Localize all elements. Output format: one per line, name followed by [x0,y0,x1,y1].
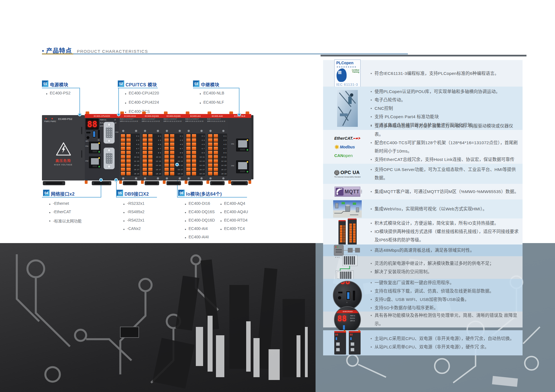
screw-icon [209,177,212,180]
callout-number-badge: 02 [118,80,124,87]
cpu-flag-label: IF [114,119,116,121]
terminal-clamp-column [143,134,147,175]
screw-icon [200,177,203,180]
terminal-clamp-icon [164,134,169,138]
relay-port-label: CN2 [231,165,234,167]
feature-bullet-line: 高达48Mbps的高速背板总线，满足各领域实时性。 [371,246,519,255]
terminal-clamp-icon [208,155,212,159]
fieldbus-logos: EtherCAT.ModbusCANopen [327,130,368,164]
io-modules-photo [327,218,368,244]
terminal-number-label: 12 13 [197,159,205,163]
terminal-clamp-icon [126,155,131,159]
rack-cluster-box [336,270,354,280]
terminal-number-label: 4 5 [131,142,139,147]
header-rule-gold [42,53,73,54]
bullet-dot-icon [371,108,372,109]
screw-icon [135,177,137,180]
bullet-dot-icon [371,315,372,316]
feature-bullets: 高达48Mbps的高速背板总线，满足各领域实时性。 [371,244,519,256]
feature-bullet-text: 支持 PLCopen Part4 标准功能块 [375,113,439,121]
io-led-row: ERR 8 9 10 11 12 13 14 15 [164,121,182,122]
list-item-label: EC400-DQ16D [189,218,215,222]
terminal-number-label: 6 7 [219,147,227,151]
feature-bullet-text: 一键恢复出厂设置和一键启停应用程序。 [375,279,454,287]
feature-bullet-text: 支持OPC UA Server功能，可为工业组态软件、工业云平台、HMI等提供数… [375,165,519,182]
list-item-label: EC400-NLF [203,100,224,104]
terminal-clamp-icon [192,163,196,167]
list-item-label: EC400-CPU4220 [129,91,159,95]
din-rail-foot [231,181,248,185]
mini-clip [358,330,360,332]
cn2-port-label: CN2 [85,160,88,162]
bullet-dot-icon [371,99,372,101]
mount-tab-icon [248,180,251,184]
io-module: EC400-AI4IRUN 0 1 2 3 4 5 6 7ERR 8 9 10 … [206,114,228,180]
bullet-dot-icon [220,220,222,222]
plcopen-iec61131-logo: PLCopenCertified TrainingIEC 61131-3 [327,60,368,87]
terminal-clamp-icon [121,155,125,159]
terminal-clamp-icon [143,168,147,171]
bullet-dot-icon [125,93,126,94]
callout-title: 电源模块 [50,81,68,88]
feature-bullet-text: 支持SD卡数据存储与程序更新。 [375,304,438,312]
terminal-clamp-column [164,134,169,175]
list-item-label: EC400-TC4 [224,226,245,231]
io-led-row: ERR 8 9 10 11 12 13 14 15 [120,121,138,122]
callout-item-list: EC400-PS2 [46,91,70,99]
opc-ua-logo: OPC UAThe Industrial Interoperability St… [327,164,368,184]
io-module-mini [348,218,357,245]
terminal-clamp-icon [121,134,125,138]
din-rail-foot [166,181,181,185]
canopen-wordmark-bold: CAN [334,153,344,158]
mini-rj45-icon [351,342,354,346]
terminal-clamp-icon [126,163,131,167]
callout-underline [177,197,247,198]
callout-anchor-dot [99,178,103,182]
terminal-clamp-icon [148,147,152,150]
high-voltage-warning: 高压危险HIGH VOLTAGE [42,142,85,166]
terminal-clamp-icon [208,172,212,175]
modbus-wordmark: Modbus [340,145,355,149]
terminal-clamp-column [214,134,218,175]
opc-ua-globe-icon [334,170,339,175]
terminal-clamp-column [126,134,131,175]
feature-bullets: 支持多种现场总线，可方便扩展第三方I/O模块、伺服驱动模块或仪器仪表。配合EC4… [371,130,519,164]
screw-icon [222,130,225,132]
feature-bullet-line: 使用PLCopen认证的POU库，可实现单轴和多轴横向协调运动。 [371,87,519,96]
io-module-pair-photo [338,218,357,245]
feature-bullet-line: 电子凸轮传动。 [371,96,519,104]
bullet-dot-icon [371,250,372,251]
callout-connector-line [79,88,80,113]
terminal-clamp-icon [143,147,147,150]
terminal-clamp-icon [126,142,131,146]
io-module: EC400-DQ16DRUN 0 1 2 3 4 5 6 7ERR 8 9 10… [163,114,185,180]
callout-item-list: -RS232x1-RS485x2-RS422x1-CANx2 [123,201,144,235]
terminal-number-label: 6 7 [197,147,205,151]
feature-bullets: 积木式模块化设计，方便运输，简化安装，所有IO支持热插拔。IO模块提供两种接线方… [371,218,519,244]
led-display-photo: EC400-CPU422088PWR D1RUN D2ERR D3 [327,312,368,327]
cpu-status-label: PWR D1 [350,315,355,317]
bullet-dot-icon [49,204,50,205]
bullet-dot-icon [49,220,50,222]
run-stop-switch-icon [86,131,91,134]
foot-hole [146,182,157,184]
bullet-dot-icon [371,73,372,74]
terminal-number-label: 4 5 [175,142,183,147]
terminal-clamp-icon [126,172,131,175]
feature-bullet-line: 集成MQTT客户端，可通过MQTT访问M区（%MW0-%MW65535）数据。 [371,187,519,196]
modbus-logo: Modbus [334,144,355,149]
terminal-clamp-icon [214,138,218,142]
panel-top-rule [321,55,526,56]
terminal-number-column: 0 12 34 56 78 910 1112 1314 1516 1718 19 [175,134,183,176]
port-led-yellow [98,142,100,144]
bullet-dot-icon [371,338,372,339]
feature-bullet-line: 支持 PLCopen Part4 标准功能块 [371,113,519,121]
bullet-dot-icon [125,112,126,113]
terminal-number-label: 6 7 [153,147,161,151]
callout-title: DB9接口X2 [124,190,149,197]
terminal-clamp-icon [170,142,174,146]
din-rail-foot [145,181,159,185]
terminal-clamp-icon [148,163,152,167]
terminal-number-label: 0 1 [219,134,227,138]
mqtt-org-label: ORG [361,190,362,194]
